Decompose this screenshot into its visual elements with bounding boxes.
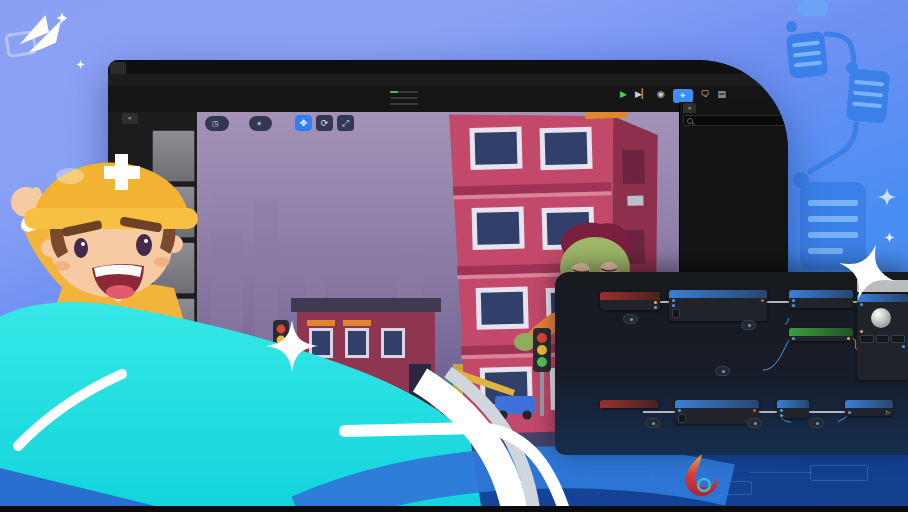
lighting-button[interactable]: ☀	[249, 116, 272, 131]
node-title	[845, 400, 893, 408]
getter-pill-node[interactable]	[741, 320, 756, 330]
dropdown[interactable]	[678, 414, 686, 423]
event-node[interactable]	[600, 400, 658, 408]
sparkle-star-icon	[884, 232, 895, 243]
search-icon	[687, 118, 693, 124]
event-node[interactable]	[600, 292, 660, 310]
sparkle-star-icon	[838, 243, 896, 301]
paper-plane-icon: ✈	[680, 92, 686, 99]
getter-pill-node[interactable]	[715, 366, 730, 376]
getter-pill-node[interactable]	[747, 418, 762, 428]
pin[interactable]	[847, 337, 850, 340]
sun-icon: ☀	[256, 116, 262, 131]
pin[interactable]	[654, 306, 657, 309]
r-input[interactable]	[860, 335, 874, 343]
run-button[interactable]: ▶	[620, 88, 627, 100]
node-title	[669, 290, 767, 298]
editor-titlebar	[108, 60, 788, 74]
pin[interactable]	[761, 299, 764, 302]
g-input[interactable]	[876, 335, 890, 343]
skip-icon: ▶▏	[635, 88, 649, 100]
watermark-flame-icon	[680, 452, 722, 498]
pin[interactable]	[748, 324, 751, 327]
flow-connector	[798, 120, 864, 182]
sparkle-star-icon	[878, 188, 896, 206]
rotate-icon: ⟳	[321, 118, 329, 128]
performance-meters	[364, 89, 434, 107]
play-icon: ▶	[620, 88, 627, 100]
editor-doc-tab[interactable]	[110, 62, 126, 74]
outliner-tab[interactable]: ×	[683, 103, 696, 113]
editor-menubar	[108, 74, 788, 86]
pin[interactable]	[754, 422, 757, 425]
outliner-search-input[interactable]	[683, 115, 788, 126]
doc-card	[846, 68, 890, 123]
pin[interactable]	[652, 422, 655, 425]
rotate-tool-button[interactable]: ⟳	[316, 115, 333, 131]
meter-bar	[390, 97, 418, 100]
pin[interactable]	[753, 409, 756, 412]
pin[interactable]	[672, 304, 675, 307]
pin[interactable]	[792, 304, 795, 307]
scale-tool-button[interactable]: ⤢	[337, 115, 354, 131]
material-node[interactable]	[857, 294, 908, 380]
getter-pill-node[interactable]	[645, 418, 660, 428]
pin[interactable]	[722, 370, 725, 373]
pin[interactable]	[902, 345, 905, 348]
stop-icon: ◉	[657, 88, 665, 100]
getter-pill-node[interactable]	[809, 418, 824, 428]
frame-decoration-icon	[4, 30, 37, 58]
meter-bar	[390, 103, 418, 106]
bottom-black-strip	[0, 506, 908, 512]
pin[interactable]	[816, 422, 819, 425]
flow-dot	[786, 21, 797, 32]
b-input[interactable]	[891, 335, 905, 343]
pin[interactable]	[860, 330, 863, 333]
pin[interactable]	[860, 303, 863, 306]
promo-poster: ▶ ▶▏ ◉ ✈ 🗨 ▤ ×	[0, 0, 908, 512]
pin[interactable]	[780, 409, 783, 412]
chat-icon: 🗨	[701, 88, 710, 100]
save-icon: ▤	[718, 88, 727, 100]
pin[interactable]	[780, 414, 783, 417]
pin[interactable]	[678, 409, 681, 412]
scale-icon: ⤢	[342, 118, 349, 128]
node-title	[675, 400, 759, 408]
function-node[interactable]	[669, 290, 767, 321]
pin[interactable]	[630, 318, 633, 321]
dropdown[interactable]	[672, 309, 680, 318]
pin[interactable]	[792, 299, 795, 302]
function-node[interactable]	[777, 400, 809, 418]
stop-button[interactable]: ◉	[657, 88, 665, 100]
node-title	[600, 400, 658, 408]
pin[interactable]	[654, 301, 657, 304]
pin[interactable]	[672, 299, 675, 302]
sparkle-star-icon	[266, 320, 318, 372]
save-button[interactable]: ▤	[718, 88, 727, 100]
move-icon: ✥	[300, 118, 308, 128]
pin[interactable]	[792, 337, 795, 340]
material-sphere-preview	[871, 308, 891, 328]
skip-button[interactable]: ▶▏	[635, 88, 649, 100]
node-title	[789, 328, 853, 336]
move-tool-button[interactable]: ✥	[295, 115, 312, 131]
condition-node[interactable]	[789, 328, 853, 341]
publish-button[interactable]: ✈	[673, 89, 693, 103]
node-title	[600, 292, 660, 300]
function-node[interactable]: ▷	[845, 400, 893, 416]
node-title	[777, 400, 809, 408]
content-library-button[interactable]: 🗨	[701, 88, 710, 100]
getter-pill-node[interactable]	[623, 314, 638, 324]
pin[interactable]	[848, 411, 851, 414]
sparkle-star-icon	[76, 60, 85, 69]
meter-bar	[390, 91, 418, 94]
doc-card	[798, 0, 828, 16]
exec-pin[interactable]: ▷	[886, 409, 890, 415]
play-controls: ▶ ▶▏ ◉ ✈ 🗨 ▤	[620, 88, 726, 103]
